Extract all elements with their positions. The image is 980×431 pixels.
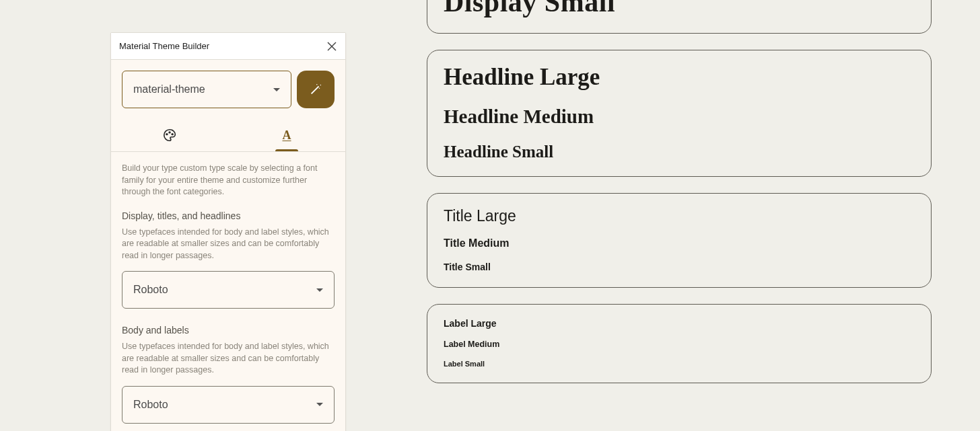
svg-point-5 bbox=[320, 85, 321, 85]
magic-wand-button[interactable] bbox=[297, 71, 335, 108]
label-card: Label Large Label Medium Label Small bbox=[427, 304, 932, 383]
theme-name-select[interactable]: material-theme bbox=[122, 71, 291, 108]
svg-point-6 bbox=[166, 134, 168, 135]
label-small-sample: Label Small bbox=[444, 360, 915, 368]
svg-point-7 bbox=[169, 132, 170, 133]
theme-builder-panel: Material Theme Builder material-theme bbox=[110, 32, 346, 431]
tab-row: A bbox=[111, 119, 345, 152]
svg-point-4 bbox=[316, 84, 317, 85]
headline-small-sample: Headline Small bbox=[444, 143, 915, 161]
section-display-title: Display, titles, and headlines bbox=[122, 210, 335, 221]
display-font-select[interactable]: Roboto bbox=[122, 271, 335, 309]
svg-point-3 bbox=[319, 87, 320, 88]
label-large-sample: Label Large bbox=[444, 318, 915, 329]
svg-point-8 bbox=[172, 134, 173, 135]
section-body-title: Body and labels bbox=[122, 325, 335, 336]
palette-icon bbox=[162, 128, 177, 143]
title-small-sample: Title Small bbox=[444, 262, 915, 272]
panel-title: Material Theme Builder bbox=[119, 41, 209, 51]
theme-name-value: material-theme bbox=[133, 83, 205, 95]
display-font-value: Roboto bbox=[133, 284, 168, 296]
panel-header: Material Theme Builder bbox=[111, 33, 345, 60]
intro-text: Build your type custom type scale by sel… bbox=[122, 163, 335, 198]
headline-medium-sample: Headline Medium bbox=[444, 106, 915, 128]
display-card: Display Small bbox=[427, 0, 932, 34]
chevron-down-icon bbox=[316, 288, 323, 292]
tab-color[interactable] bbox=[111, 119, 228, 151]
title-medium-sample: Title Medium bbox=[444, 237, 915, 249]
body-font-value: Roboto bbox=[133, 399, 168, 411]
label-medium-sample: Label Medium bbox=[444, 340, 915, 349]
chevron-down-icon bbox=[273, 88, 280, 91]
section-display: Display, titles, and headlines Use typef… bbox=[122, 210, 335, 309]
section-body-desc: Use typefaces intended for body and labe… bbox=[122, 341, 335, 377]
type-preview: Display Small Headline Large Headline Me… bbox=[427, 0, 932, 399]
svg-line-2 bbox=[312, 86, 319, 93]
close-icon[interactable] bbox=[326, 41, 337, 52]
title-large-sample: Title Large bbox=[444, 207, 915, 225]
body-font-select[interactable]: Roboto bbox=[122, 386, 335, 424]
typography-icon: A bbox=[283, 128, 291, 143]
headline-card: Headline Large Headline Medium Headline … bbox=[427, 50, 932, 177]
tab-typography[interactable]: A bbox=[228, 119, 345, 151]
section-body: Body and labels Use typefaces intended f… bbox=[122, 325, 335, 424]
headline-large-sample: Headline Large bbox=[444, 64, 915, 91]
title-card: Title Large Title Medium Title Small bbox=[427, 193, 932, 288]
panel-top-row: material-theme bbox=[111, 60, 345, 119]
chevron-down-icon bbox=[316, 403, 323, 406]
display-small-sample: Display Small bbox=[444, 0, 915, 18]
magic-wand-icon bbox=[308, 82, 323, 97]
panel-body: Build your type custom type scale by sel… bbox=[111, 152, 345, 431]
section-display-desc: Use typefaces intended for body and labe… bbox=[122, 227, 335, 262]
